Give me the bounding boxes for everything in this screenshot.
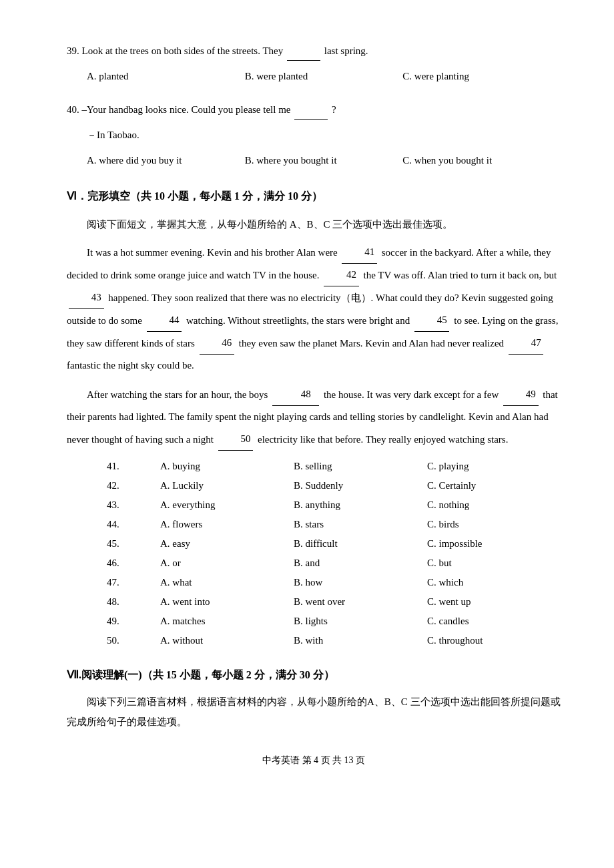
option-c: C. but (427, 554, 561, 572)
option-c: C. candles (427, 612, 561, 630)
option-b: B. and (294, 554, 427, 572)
option-b: B. selling (294, 457, 427, 475)
passage1-part1e: watching. Without streetlights, the star… (186, 315, 410, 326)
option-b: B. Suddenly (294, 477, 427, 495)
blank-42: 42 (324, 264, 359, 286)
blank-47: 47 (509, 332, 544, 355)
blank-43: 43 (69, 286, 104, 309)
numbered-option-row: 45. A. easy B. difficult C. impossible (107, 535, 561, 553)
option-c: C. Certainly (427, 477, 561, 495)
passage2-part1: After watching the stars for an hour, th… (87, 389, 268, 400)
numbered-option-row: 43. A. everything B. anything C. nothing (107, 496, 561, 514)
passage1-part1: It was a hot summer evening. Kevin and h… (87, 247, 338, 258)
numbered-option-row: 46. A. or B. and C. but (107, 554, 561, 572)
option-num: 48. (107, 593, 160, 611)
option-num: 43. (107, 496, 160, 514)
passage2-part1d: electricity like that before. They reall… (258, 434, 508, 445)
option-b: B. difficult (294, 535, 427, 553)
q40-options: A. where did you buy it B. where you bou… (87, 150, 561, 171)
q39-blank (287, 40, 320, 61)
passage-paragraph2: After watching the stars for an hour, th… (67, 383, 561, 451)
option-num: 46. (107, 554, 160, 572)
q40-option-b: B. where you bought it (245, 150, 403, 171)
option-a: A. what (160, 574, 294, 592)
blank-46: 46 (200, 332, 235, 355)
q40-blank (294, 99, 328, 120)
q39-text: 39. Look at the trees on both sides of t… (67, 40, 561, 61)
q39-options: A. planted B. were planted C. were plant… (87, 66, 561, 87)
question-40: 40. –Your handbag looks nice. Could you … (67, 99, 561, 171)
option-c: C. birds (427, 515, 561, 533)
blank-50: 50 (218, 428, 254, 451)
q40-reply: －In Taobao. (87, 125, 561, 145)
q40-option-c: C. when you bought it (402, 150, 561, 171)
option-c: C. went up (427, 593, 561, 611)
section-7: Ⅶ.阅读理解(一)（共 15 小题，每小题 2 分，满分 30 分） 阅读下列三… (67, 666, 561, 732)
option-a: A. everything (160, 496, 294, 514)
q40-text2: ? (332, 104, 336, 115)
q40-body: –Your handbag looks nice. Could you plea… (82, 104, 291, 115)
passage-paragraph1: It was a hot summer evening. Kevin and h… (67, 241, 561, 377)
option-a: A. matches (160, 612, 294, 630)
option-num: 45. (107, 535, 160, 553)
option-a: A. flowers (160, 515, 294, 533)
numbered-option-row: 49. A. matches B. lights C. candles (107, 612, 561, 630)
numbered-option-row: 44. A. flowers B. stars C. birds (107, 515, 561, 533)
numbered-option-row: 48. A. went into B. went over C. went up (107, 593, 561, 611)
q40-text3: －In Taobao. (87, 130, 139, 140)
footer-text: 中考英语 第 4 页 共 13 页 (262, 755, 365, 765)
section6-title: Ⅵ．完形填空（共 10 小题，每小题 1 分，满分 10 分） (67, 187, 561, 206)
blank-45: 45 (414, 309, 450, 332)
q39-option-c: C. were planting (402, 66, 561, 87)
option-c: C. nothing (427, 496, 561, 514)
page-footer: 中考英语 第 4 页 共 13 页 (67, 752, 561, 769)
blank-44: 44 (147, 309, 182, 332)
option-b: B. how (294, 574, 427, 592)
option-c: C. throughout (427, 632, 561, 650)
section6-intro: 阅读下面短文，掌握其大意，从每小题所给的 A、B、C 三个选项中选出最佳选项。 (67, 214, 561, 234)
numbered-option-row: 47. A. what B. how C. which (107, 574, 561, 592)
blank-41: 41 (342, 241, 377, 264)
blank-48: 48 (272, 383, 319, 406)
passage2-part1b: the house. It was very dark except for a… (324, 389, 499, 400)
q39-text2: last spring. (324, 45, 368, 56)
q40-option-a: A. where did you buy it (87, 150, 245, 171)
option-a: A. or (160, 554, 294, 572)
numbered-option-row: 50. A. without B. with C. throughout (107, 632, 561, 650)
section-6: Ⅵ．完形填空（共 10 小题，每小题 1 分，满分 10 分） 阅读下面短文，掌… (67, 187, 561, 650)
q40-number: 40. (67, 104, 79, 115)
q39-option-b: B. were planted (245, 66, 403, 87)
option-a: A. without (160, 632, 294, 650)
option-a: A. easy (160, 535, 294, 553)
option-num: 42. (107, 477, 160, 495)
passage1-part1g: they even saw the planet Mars. Kevin and… (239, 338, 504, 349)
option-num: 49. (107, 612, 160, 630)
q39-body: Look at the trees on both sides of the s… (82, 45, 284, 56)
option-num: 44. (107, 515, 160, 533)
section7-title: Ⅶ.阅读理解(一)（共 15 小题，每小题 2 分，满分 30 分） (67, 666, 561, 685)
q39-number: 39. (67, 45, 79, 56)
numbered-option-row: 41. A. buying B. selling C. playing (107, 457, 561, 475)
section7-intro: 阅读下列三篇语言材料，根据语言材料的内容，从每小题所给的A、B、C 三个选项中选… (67, 692, 561, 732)
passage1-part1c: the TV was off. Alan tried to turn it ba… (364, 270, 557, 280)
blank-49: 49 (503, 383, 539, 406)
numbered-options-list: 41. A. buying B. selling C. playing 42. … (107, 457, 561, 650)
option-b: B. anything (294, 496, 427, 514)
option-c: C. impossible (427, 535, 561, 553)
option-b: B. went over (294, 593, 427, 611)
option-b: B. lights (294, 612, 427, 630)
q40-text: 40. –Your handbag looks nice. Could you … (67, 99, 561, 120)
q39-option-a: A. planted (87, 66, 245, 87)
passage1-part1h: fantastic the night sky could be. (67, 360, 194, 371)
option-b: B. stars (294, 515, 427, 533)
option-c: C. playing (427, 457, 561, 475)
option-num: 47. (107, 574, 160, 592)
option-b: B. with (294, 632, 427, 650)
numbered-option-row: 42. A. Luckily B. Suddenly C. Certainly (107, 477, 561, 495)
option-a: A. Luckily (160, 477, 294, 495)
option-num: 50. (107, 632, 160, 650)
question-39: 39. Look at the trees on both sides of t… (67, 40, 561, 87)
option-a: A. buying (160, 457, 294, 475)
option-a: A. went into (160, 593, 294, 611)
option-num: 41. (107, 457, 160, 475)
